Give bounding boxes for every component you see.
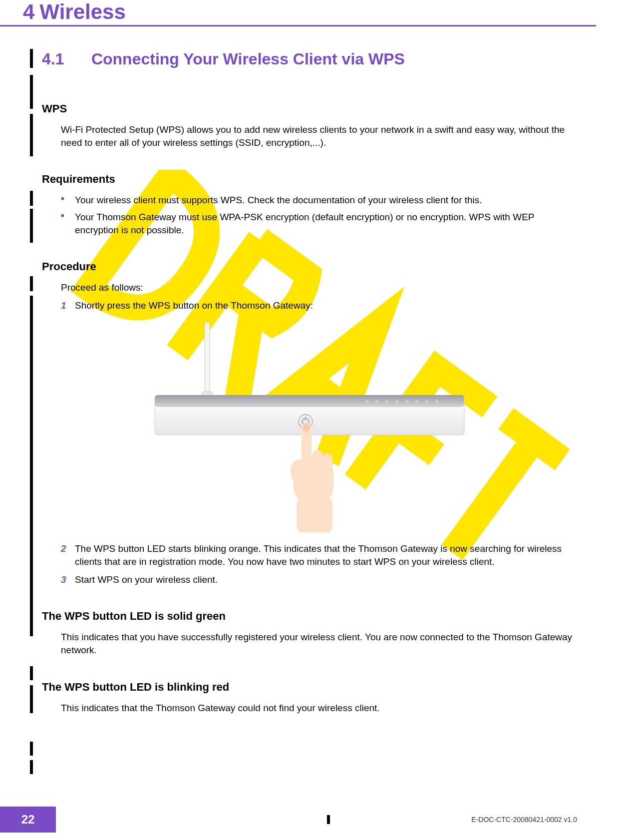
change-bar: [30, 75, 33, 94]
change-bar: [30, 114, 33, 144]
subsection-title: WPS: [42, 102, 577, 115]
svg-point-20: [303, 423, 310, 432]
footer-marker-icon: [327, 815, 330, 824]
step-number: 2: [61, 542, 66, 555]
subsection-blinking-red: The WPS button LED is blinking red This …: [42, 681, 577, 715]
svg-rect-17: [322, 453, 332, 473]
subsection-requirements: Requirements Your wireless client must s…: [42, 173, 577, 236]
change-bar: [30, 742, 33, 756]
step-number: 3: [61, 573, 66, 586]
body-text: Proceed as follows:: [61, 281, 577, 294]
list-item: 2 The WPS button LED starts blinking ora…: [61, 542, 577, 568]
step-text: Shortly press the WPS button on the Thom…: [75, 300, 313, 311]
subsection-title: Procedure: [42, 260, 577, 273]
svg-point-5: [375, 400, 378, 403]
subsection-title: Requirements: [42, 173, 577, 186]
change-bar: [30, 49, 33, 68]
subsection-title: The WPS button LED is blinking red: [42, 681, 577, 694]
section-number: 4.1: [42, 50, 87, 68]
change-bar: [30, 94, 33, 109]
svg-point-6: [385, 400, 388, 403]
svg-rect-16: [312, 450, 323, 472]
svg-point-7: [395, 400, 398, 403]
change-bar: [30, 760, 33, 774]
doc-reference: E-DOC-CTC-20080421-0002 v1.0: [471, 816, 577, 824]
list-item: Your Thomson Gateway must use WPA-PSK en…: [61, 211, 577, 236]
section-title: 4.1 Connecting Your Wireless Client via …: [42, 50, 577, 68]
page-header: 4 Wireless: [23, 0, 596, 24]
page-number: 22: [0, 807, 56, 833]
svg-point-18: [291, 459, 307, 483]
change-bar: [30, 685, 33, 713]
svg-point-9: [415, 400, 418, 403]
svg-point-10: [425, 400, 428, 403]
chapter-title: Wireless: [39, 0, 125, 24]
svg-point-11: [435, 400, 438, 403]
change-bar: [30, 191, 33, 206]
subsection-solid-green: The WPS button LED is solid green This i…: [42, 610, 577, 656]
change-bar: [30, 276, 33, 291]
change-bar: [30, 296, 33, 636]
numbered-list-cont: 2 The WPS button LED starts blinking ora…: [61, 542, 577, 586]
change-bar: [30, 666, 33, 680]
subsection-title: The WPS button LED is solid green: [42, 610, 577, 623]
subsection-wps: WPS Wi-Fi Protected Setup (WPS) allows y…: [42, 102, 577, 149]
body-text: This indicates that the Thomson Gateway …: [61, 702, 577, 715]
step-text: Start WPS on your wireless client.: [75, 574, 218, 585]
change-bar: [30, 209, 33, 243]
svg-point-4: [365, 400, 368, 403]
body-text: This indicates that you have successfull…: [61, 631, 577, 656]
body-text: Wi-Fi Protected Setup (WPS) allows you t…: [61, 123, 577, 149]
step-text: The WPS button LED starts blinking orang…: [75, 543, 562, 567]
page-content: 4.1 Connecting Your Wireless Client via …: [42, 50, 577, 738]
list-item: 1 Shortly press the WPS button on the Th…: [61, 299, 577, 312]
numbered-list: 1 Shortly press the WPS button on the Th…: [61, 299, 577, 312]
section-title-text: Connecting Your Wireless Client via WPS: [91, 50, 405, 68]
footer-mid: [56, 815, 471, 825]
list-item: 3 Start WPS on your wireless client.: [61, 573, 577, 586]
svg-rect-19: [297, 495, 332, 532]
svg-point-8: [405, 400, 408, 403]
bullet-list: Your wireless client must supports WPS. …: [61, 194, 577, 236]
list-item: Your wireless client must supports WPS. …: [61, 194, 577, 207]
chapter-number: 4: [23, 0, 34, 24]
change-bar: [30, 141, 33, 156]
subsection-procedure: Procedure Proceed as follows: 1 Shortly …: [42, 260, 577, 586]
page-footer: 22 E-DOC-CTC-20080421-0002 v1.0: [0, 799, 619, 840]
step-number: 1: [61, 299, 66, 312]
svg-rect-0: [205, 323, 210, 398]
header-rule: [0, 25, 596, 26]
router-illustration: [145, 318, 474, 532]
